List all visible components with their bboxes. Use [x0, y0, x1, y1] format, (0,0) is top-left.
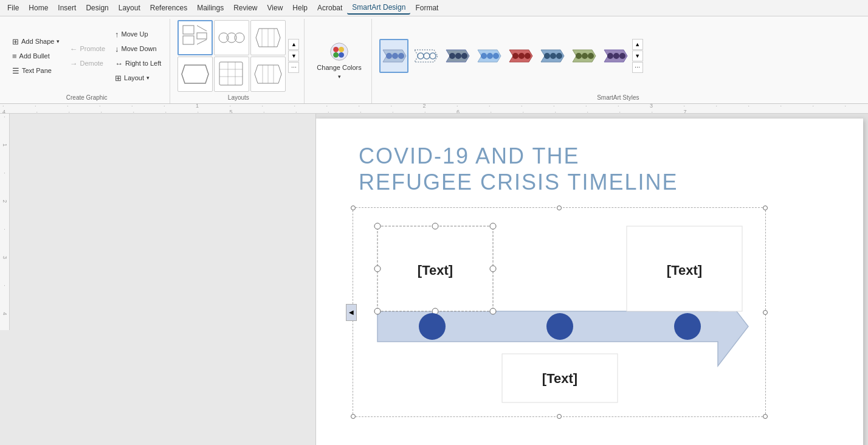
text-pane-icon: ☰ [12, 66, 19, 75]
layout-button[interactable]: ⊞ Layout ▾ [111, 71, 165, 85]
layouts-label: Layouts [177, 92, 299, 101]
menu-review[interactable]: Review [229, 2, 262, 14]
add-shape-button[interactable]: ⊞ Add Shape ▾ [9, 35, 63, 48]
layout-scroll-up[interactable]: ▲ [288, 39, 299, 50]
menu-bar: File Home Insert Design Layout Reference… [0, 0, 868, 16]
text-pane-label: Text Pane [22, 67, 52, 74]
svg-point-63 [490, 223, 496, 229]
style-thumb-8[interactable] [601, 39, 630, 73]
menu-help[interactable]: Help [288, 2, 312, 14]
handle-tl[interactable] [351, 205, 356, 210]
layout-label: Layout [124, 74, 144, 81]
menu-acrobat[interactable]: Acrobat [312, 2, 347, 14]
promote-button[interactable]: ← Promote [66, 42, 109, 55]
svg-marker-12 [182, 65, 208, 83]
svg-point-62 [432, 223, 438, 229]
handle-bm[interactable] [557, 414, 562, 419]
svg-point-5 [219, 33, 229, 43]
svg-point-40 [481, 53, 487, 59]
layout-thumb-5[interactable] [214, 57, 249, 92]
move-down-button[interactable]: ↓ Move Down [111, 42, 165, 55]
text-pane-button[interactable]: ☰ Text Pane [9, 64, 63, 77]
add-bullet-icon: ≡ [12, 52, 17, 61]
style-scroll-more[interactable]: ⋯ [632, 62, 643, 73]
menu-mailings[interactable]: Mailings [192, 2, 229, 14]
svg-point-22 [331, 43, 348, 60]
left-panel: · 1 · 2 · 3 · 4 [0, 114, 316, 445]
svg-point-24 [339, 47, 344, 52]
style-thumb-2[interactable] [411, 39, 440, 73]
ruler-horizontal: · · · · · · 1 · · · · · · 2 · · · · · · … [0, 104, 868, 114]
layout-thumb-6[interactable] [250, 57, 286, 92]
add-shape-label: Add Shape [21, 38, 54, 45]
svg-point-6 [227, 33, 236, 43]
demote-button[interactable]: → Demote [66, 57, 109, 70]
create-graphic-group: ⊞ Add Shape ▾ ≡ Add Bullet ☰ Text Pane ←… [4, 19, 170, 103]
handle-mr[interactable] [763, 310, 768, 315]
handle-bl[interactable] [351, 414, 356, 419]
style-thumb-7[interactable] [569, 39, 598, 73]
svg-point-49 [550, 53, 556, 59]
menu-format[interactable]: Format [410, 2, 443, 14]
svg-point-48 [544, 53, 550, 59]
right-to-left-button[interactable]: ↔ Right to Left [111, 57, 165, 70]
layout-thumb-3[interactable] [250, 20, 286, 55]
move-up-icon: ↑ [115, 30, 119, 39]
menu-insert[interactable]: Insert [53, 2, 81, 14]
menu-references[interactable]: References [145, 2, 192, 14]
svg-point-61 [374, 223, 381, 229]
change-colors-icon [329, 42, 349, 61]
layout-thumb-2[interactable] [214, 20, 249, 55]
move-up-button[interactable]: ↑ Move Up [111, 27, 165, 41]
smartart-diagram[interactable]: ◀ [353, 207, 766, 417]
menu-smartart-design[interactable]: SmartArt Design [347, 1, 410, 15]
title-line1: COVID-19 AND THE [359, 143, 839, 169]
menu-layout[interactable]: Layout [114, 2, 145, 14]
style-scroll-up[interactable]: ▲ [632, 39, 643, 50]
page-area: COVID-19 AND THE REFUGEE CRISIS TIMELINE… [316, 114, 868, 445]
smartart-styles-content: ▲ ▼ ⋯ [379, 20, 643, 92]
svg-point-71 [419, 313, 446, 340]
layout-thumbs-grid [177, 20, 286, 92]
svg-point-23 [333, 47, 339, 52]
style-thumb-6[interactable] [537, 39, 567, 73]
collapse-panel-button[interactable]: ◀ [346, 304, 357, 321]
style-thumb-5[interactable] [506, 39, 535, 73]
smartart-styles-label: SmartArt Styles [379, 92, 857, 101]
svg-point-33 [424, 53, 430, 59]
create-graphic-col1: ⊞ Add Shape ▾ ≡ Add Bullet ☰ Text Pane [9, 35, 63, 77]
handle-tm[interactable] [557, 205, 562, 210]
change-colors-button[interactable]: Change Colors ▾ [312, 40, 366, 82]
svg-line-2 [197, 26, 207, 31]
add-shape-dropdown-icon: ▾ [57, 38, 60, 44]
svg-point-41 [487, 53, 493, 59]
create-graphic-col3: ↑ Move Up ↓ Move Down ↔ Right to Left ⊞ … [111, 27, 165, 85]
menu-view[interactable]: View [263, 2, 288, 14]
svg-point-68 [490, 308, 496, 314]
svg-rect-1 [183, 36, 194, 44]
layout-thumb-4[interactable] [177, 57, 213, 92]
style-thumb-3[interactable] [443, 39, 472, 73]
menu-file[interactable]: File [2, 2, 24, 14]
layout-scroll-more[interactable]: ⋯ [288, 62, 299, 73]
handle-br[interactable] [763, 414, 768, 419]
svg-point-66 [374, 308, 381, 314]
style-thumb-4[interactable] [474, 39, 503, 73]
style-thumb-1[interactable] [379, 39, 408, 73]
change-colors-label: Change Colors [317, 64, 361, 71]
handle-tr[interactable] [763, 205, 768, 210]
move-down-icon: ↓ [115, 44, 119, 53]
style-scroll-down[interactable]: ▼ [632, 50, 643, 61]
svg-point-58 [619, 53, 625, 59]
svg-text:[Text]: [Text] [418, 263, 453, 278]
layout-scroll-down[interactable]: ▼ [288, 50, 299, 61]
svg-line-3 [197, 40, 207, 44]
layout-thumb-1[interactable] [177, 20, 213, 55]
menu-home[interactable]: Home [24, 2, 53, 14]
ruler-h-label: · · · · · · 1 · · · · · · 2 · · · · · · … [2, 104, 868, 114]
layout-scroll-buttons: ▲ ▼ ⋯ [288, 39, 299, 73]
create-graphic-content: ⊞ Add Shape ▾ ≡ Add Bullet ☰ Text Pane ←… [9, 20, 165, 92]
menu-design[interactable]: Design [81, 2, 113, 14]
add-bullet-button[interactable]: ≡ Add Bullet [9, 49, 63, 63]
svg-point-30 [398, 53, 404, 59]
